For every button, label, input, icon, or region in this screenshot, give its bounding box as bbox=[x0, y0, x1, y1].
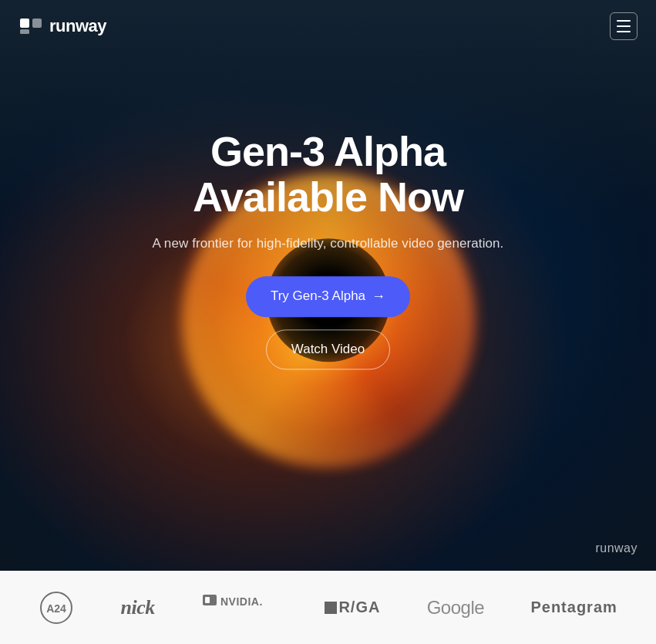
watch-video-button[interactable]: Watch Video bbox=[266, 329, 390, 369]
svg-rect-2 bbox=[20, 29, 29, 34]
arrow-icon: → bbox=[372, 288, 385, 305]
partner-pentagram: Pentagram bbox=[530, 598, 617, 616]
svg-text:NVIDIA.: NVIDIA. bbox=[220, 595, 263, 608]
svg-text:A24: A24 bbox=[46, 602, 66, 615]
hero-content: Gen-3 Alpha Available Now A new frontier… bbox=[97, 129, 560, 369]
svg-rect-6 bbox=[205, 597, 210, 603]
hamburger-line-1 bbox=[617, 20, 631, 22]
cta-buttons: Try Gen-3 Alpha → Watch Video bbox=[97, 276, 560, 369]
partner-rga: R/GA bbox=[325, 598, 380, 616]
partner-nvidia: NVIDIA. bbox=[201, 588, 278, 627]
logo-text: runway bbox=[49, 16, 106, 36]
pentagram-label: Pentagram bbox=[530, 598, 617, 616]
rga-block bbox=[325, 602, 337, 614]
menu-button[interactable] bbox=[610, 12, 637, 40]
rga-container: R/GA bbox=[325, 598, 380, 616]
hamburger-line-3 bbox=[617, 31, 631, 32]
logo[interactable]: runway bbox=[19, 14, 106, 39]
svg-rect-1 bbox=[32, 19, 42, 28]
rga-label: R/GA bbox=[338, 598, 380, 616]
nick-label: nick bbox=[120, 596, 154, 619]
partner-google: Google bbox=[427, 597, 484, 619]
hamburger-line-2 bbox=[617, 25, 631, 27]
logo-icon bbox=[19, 14, 43, 39]
runway-watermark: runway bbox=[595, 541, 637, 555]
partner-bar: A24 nick NVIDIA. R/GA Google Pentagram bbox=[0, 571, 656, 644]
partner-nick: nick bbox=[120, 596, 154, 619]
navbar: runway bbox=[0, 0, 656, 52]
svg-rect-0 bbox=[20, 19, 29, 28]
google-label: Google bbox=[427, 597, 484, 619]
try-gen3-button[interactable]: Try Gen-3 Alpha → bbox=[246, 276, 410, 317]
hero-subtitle: A new frontier for high-fidelity, contro… bbox=[97, 236, 560, 251]
hero-title: Gen-3 Alpha Available Now bbox=[97, 129, 560, 221]
hero-section: runway Gen-3 Alpha Available Now A new f… bbox=[0, 0, 656, 571]
partner-a24: A24 bbox=[39, 590, 74, 625]
